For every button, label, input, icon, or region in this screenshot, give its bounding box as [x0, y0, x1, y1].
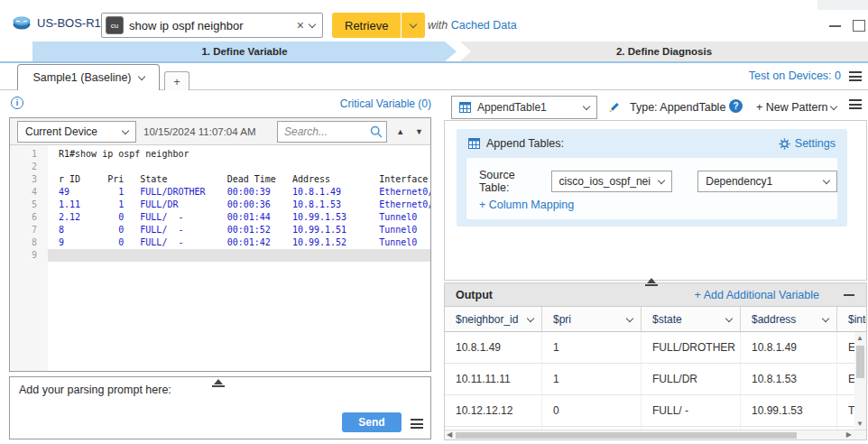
output-title: Output	[445, 289, 493, 301]
scroll-left-icon[interactable]: ◀	[447, 430, 452, 439]
settings-label: Settings	[795, 137, 836, 150]
output-section-header: Output + Add Additional Variable	[444, 282, 867, 307]
info-icon[interactable]: i	[11, 97, 23, 109]
append-tables-title: Append Tables:	[486, 137, 564, 150]
device-name: US-BOS-R1	[37, 16, 101, 30]
editor-line: 1R1#show ip ospf neighbor	[10, 148, 430, 161]
editor-search-box[interactable]	[277, 121, 387, 143]
editor-line: 78 0 FULL/ - 00:01:52 10.99.1.51 Tunnel0	[10, 224, 430, 236]
column-mapping-link[interactable]: + Column Mapping	[479, 199, 574, 211]
menu-icon[interactable]	[849, 99, 862, 109]
chevron-down-icon	[122, 126, 129, 134]
command-input[interactable]	[129, 19, 291, 32]
collapse-handle-icon[interactable]	[212, 379, 225, 387]
append-tables-body: Source Table: cisco_ios_ospf_nei Depende…	[466, 158, 837, 219]
gear-icon	[779, 138, 790, 150]
retrieve-split-button: Retrieve	[332, 13, 425, 38]
vertical-scrollbar[interactable]: ▲ ▼	[854, 332, 866, 430]
chevron-down-icon	[823, 177, 830, 184]
device-select-dropdown[interactable]: Current Device	[17, 121, 136, 143]
column-header-state[interactable]: $state	[642, 307, 741, 331]
sample-output-panel: Current Device 10/15/2024 11:07:04 AM ▲ …	[9, 117, 431, 372]
collapse-handle-icon[interactable]	[645, 278, 658, 286]
edit-pencil-icon[interactable]	[606, 99, 622, 115]
scrollbar-thumb[interactable]	[856, 346, 864, 378]
scroll-up-icon[interactable]: ▲	[856, 334, 863, 342]
table-icon	[459, 102, 471, 113]
sample-timestamp: 10/15/2024 11:07:04 AM	[143, 126, 270, 137]
cli-output-editor[interactable]: 1R1#show ip ospf neighbor 2 3r ID Pri St…	[10, 145, 430, 371]
critical-variable-link[interactable]: Critical Variable (0)	[340, 97, 431, 110]
sample-tab-label: Sample1 (Baseline)	[32, 71, 131, 84]
command-input-box[interactable]: cu ×	[101, 13, 323, 38]
help-icon[interactable]: ?	[729, 99, 743, 113]
settings-button[interactable]: Settings	[779, 137, 836, 150]
window-minimize-button[interactable]	[829, 25, 841, 27]
menu-icon[interactable]	[411, 419, 423, 429]
minimize-output-icon[interactable]	[844, 294, 854, 296]
chevron-down-icon	[658, 177, 665, 184]
device-select-value: Current Device	[25, 125, 97, 138]
menu-icon[interactable]	[849, 71, 862, 81]
editor-line: 3r ID Pri State Dead Time Address Interf…	[10, 173, 430, 186]
prompt-placeholder[interactable]: Add your parsing prompt here:	[19, 384, 171, 396]
pattern-select-dropdown[interactable]: AppendTable1	[451, 96, 597, 119]
table-row[interactable]: 10.11.11.11 1 FULL/DR 10.8.1.53 E	[445, 364, 866, 395]
editor-active-line: 9	[10, 249, 430, 262]
editor-line: 449 1 FULL/DROTHER 00:00:39 10.8.1.49 Et…	[10, 186, 430, 199]
append-tables-card: Append Tables: Settings Source Table: ci…	[457, 129, 847, 227]
pattern-select-value: AppendTable1	[477, 101, 547, 114]
retrieve-dropdown-button[interactable]	[402, 13, 425, 38]
append-tables-header: Append Tables: Settings	[457, 129, 847, 150]
editor-line: 89 0 FULL/ - 00:01:42 10.99.1.52 Tunnel0	[10, 236, 430, 249]
source-table-dropdown[interactable]: cisco_ios_ospf_nei	[551, 171, 673, 192]
scroll-down-icon[interactable]: ▼	[856, 420, 863, 428]
chevron-down-icon[interactable]	[309, 21, 316, 28]
dependency-dropdown[interactable]: Dependency1	[697, 171, 837, 192]
background-strip	[817, 0, 868, 10]
parsing-prompt-panel[interactable]: Add your parsing prompt here: Send	[9, 376, 431, 439]
window-maximize-button[interactable]	[853, 20, 865, 32]
chevron-down-icon	[410, 21, 417, 28]
cached-data-link[interactable]: Cached Data	[451, 19, 517, 32]
editor-line: 2	[10, 161, 430, 173]
scrollbar-thumb[interactable]	[456, 432, 797, 439]
sample-toolbar: Current Device 10/15/2024 11:07:04 AM ▲ …	[10, 118, 430, 145]
new-pattern-dropdown[interactable]: + New Pattern	[756, 101, 836, 114]
table-row[interactable]: 10.8.1.49 1 FULL/DROTHER 10.8.1.49 E	[445, 332, 866, 364]
router-icon	[13, 15, 31, 30]
pattern-type-label: Type: AppendTable	[630, 101, 725, 114]
chevron-down-icon	[822, 314, 829, 321]
chevron-down-icon	[626, 314, 633, 321]
table-row[interactable]: 10.12.12.12 0 FULL/ - 10.99.1.53 T	[445, 395, 866, 427]
cli-command-icon: cu	[106, 16, 124, 34]
search-icon[interactable]	[370, 125, 383, 138]
output-variable-table: $neighbor_id $pri $state $address $inte …	[444, 307, 867, 440]
search-next-button[interactable]: ▼	[415, 127, 423, 136]
tab-sample1-baseline[interactable]: Sample1 (Baseline)	[17, 64, 160, 90]
wizard-step-bar: 1. Define Variable 2. Define Diagnosis	[0, 42, 868, 63]
column-header-address[interactable]: $address	[741, 307, 837, 331]
column-header-interface[interactable]: $inte	[837, 307, 867, 331]
source-table-value: cisco_ios_ospf_nei	[559, 175, 651, 188]
editor-line: 62.12 0 FULL/ - 00:01:44 10.99.1.53 Tunn…	[10, 211, 430, 224]
column-header-pri[interactable]: $pri	[542, 307, 642, 331]
test-on-devices-link[interactable]: Test on Devices: 0	[749, 69, 841, 82]
add-sample-tab-button[interactable]: +	[164, 71, 189, 90]
editor-line: 51.11 1 FULL/DR 00:00:36 10.8.1.53 Ether…	[10, 199, 430, 211]
step-define-variable[interactable]: 1. Define Variable	[32, 42, 457, 61]
send-button[interactable]: Send	[342, 412, 402, 432]
chevron-down-icon	[725, 314, 733, 321]
clear-icon[interactable]: ×	[297, 19, 304, 32]
search-prev-button[interactable]: ▲	[396, 127, 404, 136]
horizontal-scrollbar[interactable]: ◀ ▶	[445, 430, 866, 439]
retrieve-button[interactable]: Retrieve	[332, 13, 401, 38]
step-define-diagnosis[interactable]: 2. Define Diagnosis	[460, 42, 868, 61]
search-nav-buttons: ▲ ▼	[396, 127, 423, 136]
with-cached-data: with Cached Data	[428, 19, 517, 32]
column-header-neighbor-id[interactable]: $neighbor_id	[445, 307, 542, 331]
chevron-down-icon	[137, 73, 144, 80]
add-additional-variable-link[interactable]: + Add Additional Variable	[695, 289, 819, 301]
device-selector: US-BOS-R1	[13, 15, 101, 30]
scroll-right-icon[interactable]: ▶	[846, 430, 852, 439]
